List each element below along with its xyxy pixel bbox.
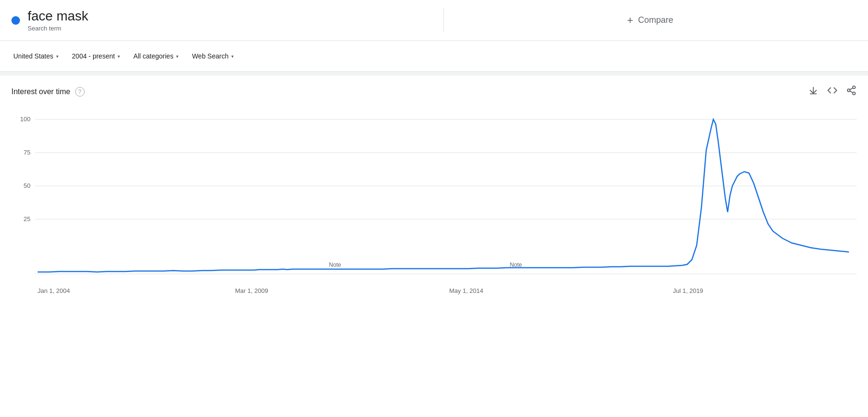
separator-bar: [0, 72, 868, 76]
svg-text:May 1, 2014: May 1, 2014: [449, 287, 483, 294]
download-icon[interactable]: [808, 85, 819, 98]
header-section: face mask Search term + Compare: [0, 0, 868, 41]
compare-plus-icon: +: [627, 14, 633, 27]
svg-text:Jan 1, 2004: Jan 1, 2004: [38, 287, 70, 294]
search-term-dot: [11, 16, 20, 25]
time-range-arrow-icon: ▾: [118, 54, 120, 59]
search-term-type-label: Search term: [28, 25, 89, 32]
interest-over-time-chart: 100 75 50 25 Jan 1, 2004 Mar 1, 2009 May…: [11, 103, 857, 302]
term-text-block: face mask Search term: [28, 9, 89, 32]
svg-text:Jul 1, 2019: Jul 1, 2019: [673, 287, 703, 294]
search-term-block: face mask Search term: [11, 9, 444, 32]
search-type-filter[interactable]: Web Search ▾: [190, 49, 236, 63]
help-icon[interactable]: ?: [75, 87, 85, 97]
chart-container: 100 75 50 25 Jan 1, 2004 Mar 1, 2009 May…: [11, 103, 857, 302]
search-term-name: face mask: [28, 9, 89, 24]
region-filter[interactable]: United States ▾: [11, 49, 60, 63]
svg-text:Mar 1, 2009: Mar 1, 2009: [235, 287, 268, 294]
region-label: United States: [13, 52, 53, 60]
embed-icon[interactable]: [827, 85, 838, 98]
svg-text:75: 75: [24, 149, 30, 156]
search-type-label: Web Search: [192, 52, 228, 60]
trend-line: [38, 119, 849, 272]
compare-button[interactable]: + Compare: [444, 14, 857, 27]
time-range-label: 2004 - present: [72, 52, 115, 60]
chart-header: Interest over time ?: [11, 85, 857, 98]
chart-title-group: Interest over time ?: [11, 87, 85, 97]
search-type-arrow-icon: ▾: [231, 54, 234, 59]
svg-text:100: 100: [20, 116, 30, 123]
chart-title: Interest over time: [11, 87, 70, 96]
time-range-filter[interactable]: 2004 - present ▾: [70, 49, 122, 63]
svg-text:25: 25: [24, 215, 30, 223]
svg-line-5: [850, 88, 853, 90]
filters-section: United States ▾ 2004 - present ▾ All cat…: [0, 41, 868, 72]
share-icon[interactable]: [846, 85, 857, 98]
region-arrow-icon: ▾: [56, 54, 59, 59]
svg-line-4: [850, 91, 853, 93]
compare-label: Compare: [638, 15, 673, 25]
chart-section: Interest over time ?: [0, 76, 868, 302]
svg-text:50: 50: [24, 182, 30, 189]
category-filter[interactable]: All categories ▾: [131, 49, 180, 63]
chart-actions: [808, 85, 857, 98]
category-label: All categories: [133, 52, 173, 60]
category-arrow-icon: ▾: [176, 54, 178, 59]
svg-text:Note: Note: [329, 262, 341, 268]
